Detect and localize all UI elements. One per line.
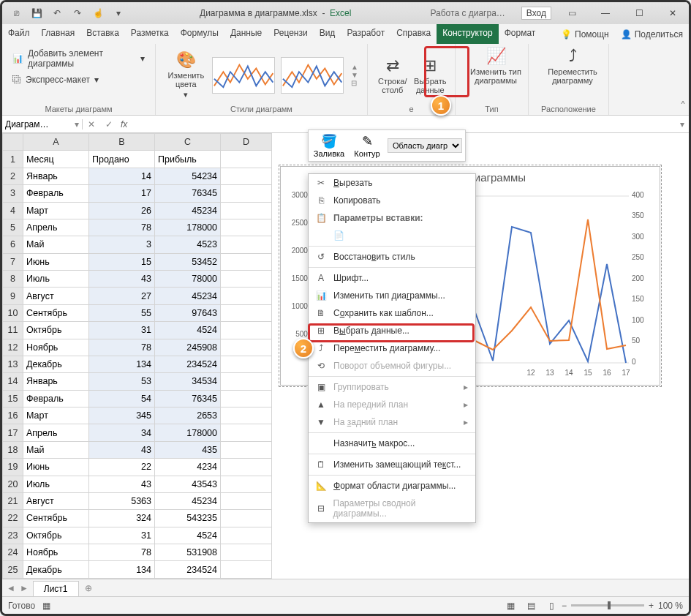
reset-icon: ↺ <box>314 252 328 262</box>
undo-icon[interactable]: ↶ <box>48 4 67 22</box>
enter-formula-icon[interactable]: ✓ <box>100 119 118 129</box>
tab-layout[interactable]: Разметка <box>125 24 175 44</box>
chart-style-2[interactable] <box>281 57 344 94</box>
svg-text:12: 12 <box>526 369 535 377</box>
fx-icon[interactable]: fx <box>118 119 130 129</box>
style-down-icon[interactable]: ▼ <box>351 71 358 79</box>
move-chart-button[interactable]: ⤴Переместить диаграмму <box>536 47 609 85</box>
paste-icon: 📋 <box>314 213 328 223</box>
touch-icon[interactable]: ☝ <box>88 4 107 22</box>
ctx-change-type[interactable]: 📊Изменить тип диаграммы... <box>309 287 475 304</box>
ctx-cut[interactable]: ✂Выреза­ть <box>309 174 475 192</box>
svg-text:350: 350 <box>632 211 644 219</box>
tab-developer[interactable]: Разработ <box>341 24 390 44</box>
format-area-icon: 📐 <box>314 481 328 491</box>
tab-help[interactable]: Справка <box>390 24 437 44</box>
switch-icon: ⇄ <box>386 56 399 75</box>
move-icon: ⤴ <box>314 343 328 353</box>
svg-text:300: 300 <box>632 233 644 241</box>
ctx-paste-placeholder: 📄 <box>309 227 475 244</box>
chart-type-icon: 📈 <box>486 47 506 66</box>
sheet-tab-1[interactable]: Лист1 <box>33 581 79 596</box>
fill-icon: 🪣 <box>321 133 337 149</box>
tab-file[interactable]: Файл <box>2 24 36 44</box>
share-button[interactable]: 👤Поделиться <box>615 24 689 44</box>
font-icon: A <box>314 273 328 283</box>
maximize-button[interactable]: ☐ <box>623 3 655 23</box>
ctx-alt-text[interactable]: 🗒Изменить замещающий текст... <box>309 456 475 473</box>
tell-me[interactable]: 💡Помощн <box>555 24 615 44</box>
zoom-out-button[interactable]: − <box>562 601 567 611</box>
style-more-icon[interactable]: ⊟ <box>351 79 358 87</box>
change-type-icon: 📊 <box>314 290 328 301</box>
ctx-move-chart[interactable]: ⤴Переместить диаграмму... <box>309 339 475 357</box>
zoom-in-button[interactable]: + <box>649 601 654 611</box>
spreadsheet-grid[interactable]: ABCD1МесяцПроданоПрибыль2Январь14542343Ф… <box>2 133 272 579</box>
style-up-icon[interactable]: ▲ <box>351 63 358 71</box>
tab-design[interactable]: Конструктор <box>437 24 498 44</box>
ctx-copy[interactable]: ⎘Копировать <box>309 192 475 209</box>
palette-icon: 🎨 <box>176 50 196 70</box>
add-chart-element-button[interactable]: 📊Добавить элемент диаграммы▾ <box>10 47 148 70</box>
switch-row-col-button[interactable]: ⇄Строка/столб <box>375 47 410 103</box>
tab-review[interactable]: Рецензи <box>268 24 313 44</box>
redo-icon[interactable]: ↷ <box>68 4 87 22</box>
tab-view[interactable]: Вид <box>314 24 341 44</box>
change-chart-type-button[interactable]: 📈Изменить тип диаграммы <box>463 47 529 85</box>
alt-text-icon: 🗒 <box>314 459 328 470</box>
close-button[interactable]: ✕ <box>657 3 689 23</box>
outline-button[interactable]: ✎Контур <box>350 133 385 158</box>
sheet-nav-prev-icon[interactable]: ◄ <box>7 583 15 593</box>
titlebar: ⎚ 💾 ↶ ↷ ☝ ▾ Диаграмма в диаграмме.xlsx -… <box>2 2 689 24</box>
tab-data[interactable]: Данные <box>224 24 268 44</box>
name-box[interactable]: Диаграм…▾ <box>2 119 83 129</box>
ribbon-tabs: Файл Главная Вставка Разметка Формулы Да… <box>2 24 689 44</box>
new-sheet-button[interactable]: ⊕ <box>79 583 98 593</box>
ctx-3d-rotation: ⟲Поворот объемной фигуры... <box>309 357 475 375</box>
ribbon-options-icon[interactable]: ▭ <box>556 3 588 23</box>
save-icon[interactable]: 💾 <box>27 4 46 22</box>
autosave-icon[interactable]: ⎚ <box>7 4 26 22</box>
tab-insert[interactable]: Вставка <box>80 24 125 44</box>
ctx-select-data[interactable]: ⊞Выбрать данные... <box>309 322 475 339</box>
ctx-save-template[interactable]: 🗎Сохранить как шаблон... <box>309 304 475 322</box>
zoom-slider[interactable] <box>571 604 644 606</box>
view-page-break-icon[interactable]: ▯ <box>543 601 562 611</box>
worksheet-area: ABCD1МесяцПроданоПрибыль2Январь14542343Ф… <box>2 133 689 579</box>
qa-more-icon[interactable]: ▾ <box>109 4 128 22</box>
expand-formula-bar-icon[interactable]: ▾ <box>676 119 689 129</box>
ctx-reset-style[interactable]: ↺Восстановить стиль <box>309 248 475 266</box>
context-tab-title: Работа с диагра… <box>418 8 516 18</box>
tab-format[interactable]: Формат <box>499 24 542 44</box>
zoom-level[interactable]: 100 % <box>658 601 683 611</box>
macro-record-icon[interactable]: ▦ <box>35 601 58 611</box>
view-page-layout-icon[interactable]: ▤ <box>522 601 541 611</box>
signin-button[interactable]: Вход <box>521 7 551 20</box>
annotation-marker-1: 1 <box>431 95 451 116</box>
collapse-ribbon-icon[interactable]: ˄ <box>680 99 686 113</box>
svg-text:200: 200 <box>632 274 644 282</box>
cancel-formula-icon[interactable]: ✕ <box>83 119 100 129</box>
status-ready: Готово <box>8 601 35 611</box>
tab-home[interactable]: Главная <box>36 24 81 44</box>
move-chart-icon: ⤴ <box>569 47 577 66</box>
ctx-assign-macro[interactable]: Назначить макрос... <box>309 435 475 452</box>
group-label-layouts: Макеты диаграмм <box>10 103 148 113</box>
ctx-font[interactable]: AШрифт... <box>309 269 475 287</box>
select-data-icon: ⊞ <box>423 56 437 75</box>
change-colors-button[interactable]: 🎨Изменить цвета▾ <box>163 50 209 99</box>
quick-layout-button[interactable]: ⿻Экспресс-макет▾ <box>10 73 148 86</box>
ctx-send-back: ▼На задний план <box>309 413 475 431</box>
tab-formulas[interactable]: Формулы <box>175 24 224 44</box>
sheet-nav-next-icon[interactable]: ► <box>20 583 29 593</box>
minimize-button[interactable]: — <box>589 3 622 23</box>
outline-icon: ✎ <box>362 133 373 149</box>
chart-element-selector[interactable]: Область диагр <box>388 138 462 153</box>
chart-style-1[interactable] <box>212 57 275 94</box>
fill-button[interactable]: 🪣Заливка <box>311 133 347 158</box>
ctx-format-area[interactable]: 📐Формат области диаграммы... <box>309 477 475 495</box>
ctx-group: ▣Группировать <box>309 378 475 396</box>
mini-toolbar: 🪣Заливка ✎Контур Область диагр <box>308 129 466 162</box>
view-normal-icon[interactable]: ▦ <box>502 601 521 611</box>
window-title: Диаграмма в диаграмме.xlsx - Excel <box>132 8 418 18</box>
